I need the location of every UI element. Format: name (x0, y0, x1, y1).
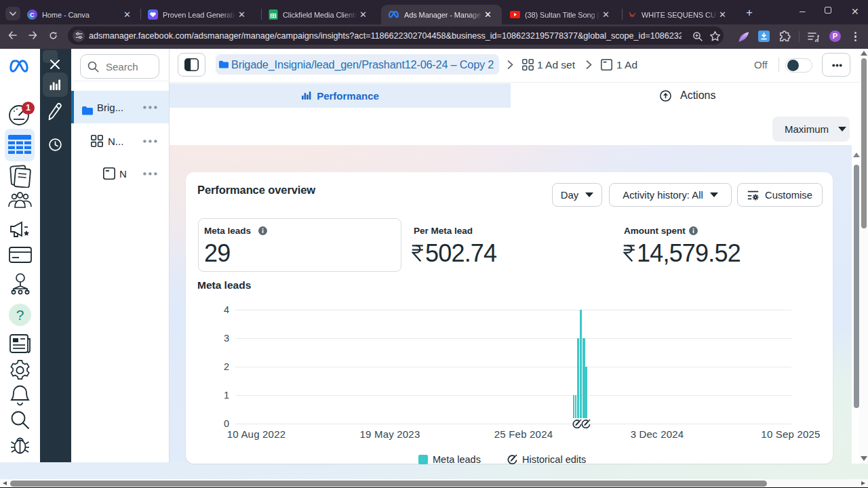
svg-text:C: C (30, 12, 35, 18)
